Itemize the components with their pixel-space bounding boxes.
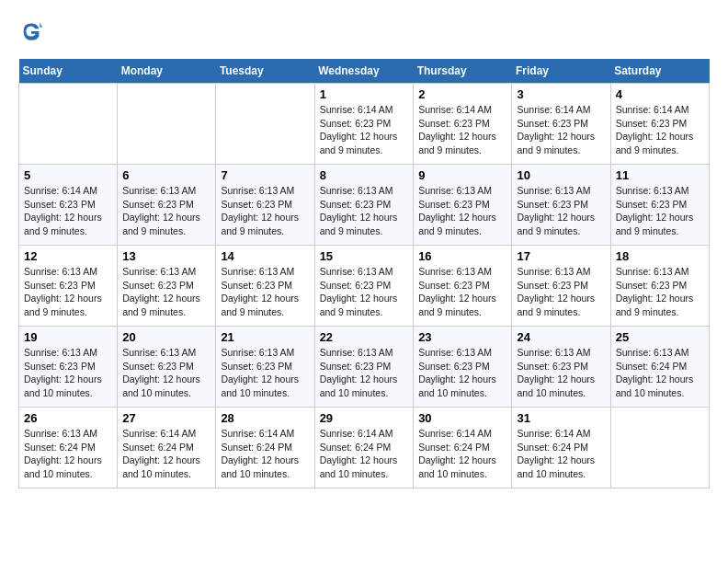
day-number: 1: [320, 87, 409, 101]
day-number: 5: [24, 168, 112, 182]
header-row: Sunday Monday Tuesday Wednesday Thursday…: [19, 59, 710, 84]
calendar-cell: 29Sunrise: 6:14 AM Sunset: 6:24 PM Dayli…: [314, 408, 414, 488]
calendar-cell: 12Sunrise: 6:13 AM Sunset: 6:23 PM Dayli…: [19, 246, 118, 327]
calendar-body: 1Sunrise: 6:14 AM Sunset: 6:23 PM Daylig…: [19, 84, 710, 488]
calendar-cell: 17Sunrise: 6:13 AM Sunset: 6:23 PM Dayli…: [512, 246, 610, 327]
calendar-cell: 9Sunrise: 6:13 AM Sunset: 6:23 PM Daylig…: [414, 165, 512, 246]
calendar-cell: 4Sunrise: 6:14 AM Sunset: 6:23 PM Daylig…: [610, 84, 709, 165]
calendar-week-4: 19Sunrise: 6:13 AM Sunset: 6:23 PM Dayli…: [19, 327, 710, 408]
col-tuesday: Tuesday: [216, 59, 314, 84]
cell-info: Sunrise: 6:13 AM Sunset: 6:23 PM Dayligh…: [221, 346, 309, 400]
calendar-cell: 3Sunrise: 6:14 AM Sunset: 6:23 PM Daylig…: [512, 84, 610, 165]
page-header: [18, 18, 710, 44]
day-number: 4: [616, 87, 704, 101]
calendar-cell: 7Sunrise: 6:13 AM Sunset: 6:23 PM Daylig…: [216, 165, 314, 246]
day-number: 16: [418, 249, 506, 263]
calendar-cell: 18Sunrise: 6:13 AM Sunset: 6:23 PM Dayli…: [610, 246, 709, 327]
calendar-week-2: 5Sunrise: 6:14 AM Sunset: 6:23 PM Daylig…: [19, 165, 710, 246]
cell-info: Sunrise: 6:13 AM Sunset: 6:23 PM Dayligh…: [24, 346, 112, 400]
day-number: 31: [517, 411, 605, 425]
day-number: 29: [320, 411, 409, 425]
calendar-cell: 16Sunrise: 6:13 AM Sunset: 6:23 PM Dayli…: [414, 246, 512, 327]
calendar-cell: [610, 408, 709, 488]
calendar-header: Sunday Monday Tuesday Wednesday Thursday…: [19, 59, 710, 84]
day-number: 12: [24, 249, 112, 263]
cell-info: Sunrise: 6:14 AM Sunset: 6:24 PM Dayligh…: [221, 427, 309, 481]
day-number: 27: [122, 411, 210, 425]
day-number: 8: [320, 168, 409, 182]
calendar-cell: 20Sunrise: 6:13 AM Sunset: 6:23 PM Dayli…: [118, 327, 216, 408]
cell-info: Sunrise: 6:14 AM Sunset: 6:23 PM Dayligh…: [616, 103, 704, 157]
logo-icon: [18, 18, 44, 44]
cell-info: Sunrise: 6:13 AM Sunset: 6:23 PM Dayligh…: [616, 184, 704, 238]
day-number: 3: [517, 87, 605, 101]
day-number: 21: [221, 330, 309, 344]
calendar-cell: 30Sunrise: 6:14 AM Sunset: 6:24 PM Dayli…: [414, 408, 512, 488]
calendar-cell: 1Sunrise: 6:14 AM Sunset: 6:23 PM Daylig…: [314, 84, 414, 165]
calendar-cell: 15Sunrise: 6:13 AM Sunset: 6:23 PM Dayli…: [314, 246, 414, 327]
calendar-cell: 25Sunrise: 6:13 AM Sunset: 6:24 PM Dayli…: [610, 327, 709, 408]
day-number: 9: [418, 168, 506, 182]
cell-info: Sunrise: 6:13 AM Sunset: 6:23 PM Dayligh…: [221, 265, 309, 319]
day-number: 15: [320, 249, 409, 263]
calendar-cell: 21Sunrise: 6:13 AM Sunset: 6:23 PM Dayli…: [216, 327, 314, 408]
col-monday: Monday: [118, 59, 216, 84]
cell-info: Sunrise: 6:14 AM Sunset: 6:24 PM Dayligh…: [418, 427, 506, 481]
cell-info: Sunrise: 6:14 AM Sunset: 6:24 PM Dayligh…: [517, 427, 605, 481]
logo: [18, 18, 48, 44]
calendar-cell: 8Sunrise: 6:13 AM Sunset: 6:23 PM Daylig…: [314, 165, 414, 246]
col-friday: Friday: [512, 59, 610, 84]
calendar-cell: 27Sunrise: 6:14 AM Sunset: 6:24 PM Dayli…: [118, 408, 216, 488]
day-number: 6: [122, 168, 210, 182]
cell-info: Sunrise: 6:13 AM Sunset: 6:23 PM Dayligh…: [418, 346, 506, 400]
calendar-cell: 10Sunrise: 6:13 AM Sunset: 6:23 PM Dayli…: [512, 165, 610, 246]
day-number: 2: [418, 87, 506, 101]
cell-info: Sunrise: 6:13 AM Sunset: 6:23 PM Dayligh…: [616, 265, 704, 319]
cell-info: Sunrise: 6:13 AM Sunset: 6:23 PM Dayligh…: [517, 184, 605, 238]
day-number: 28: [221, 411, 309, 425]
cell-info: Sunrise: 6:13 AM Sunset: 6:23 PM Dayligh…: [122, 265, 210, 319]
calendar-cell: 24Sunrise: 6:13 AM Sunset: 6:23 PM Dayli…: [512, 327, 610, 408]
col-saturday: Saturday: [610, 59, 709, 84]
cell-info: Sunrise: 6:14 AM Sunset: 6:23 PM Dayligh…: [517, 103, 605, 157]
cell-info: Sunrise: 6:13 AM Sunset: 6:23 PM Dayligh…: [418, 265, 506, 319]
cell-info: Sunrise: 6:13 AM Sunset: 6:23 PM Dayligh…: [221, 184, 309, 238]
calendar-cell: 14Sunrise: 6:13 AM Sunset: 6:23 PM Dayli…: [216, 246, 314, 327]
calendar-table: Sunday Monday Tuesday Wednesday Thursday…: [18, 59, 710, 488]
cell-info: Sunrise: 6:13 AM Sunset: 6:23 PM Dayligh…: [122, 346, 210, 400]
calendar-cell: 11Sunrise: 6:13 AM Sunset: 6:23 PM Dayli…: [610, 165, 709, 246]
calendar-cell: 2Sunrise: 6:14 AM Sunset: 6:23 PM Daylig…: [414, 84, 512, 165]
day-number: 20: [122, 330, 210, 344]
cell-info: Sunrise: 6:13 AM Sunset: 6:23 PM Dayligh…: [24, 265, 112, 319]
cell-info: Sunrise: 6:14 AM Sunset: 6:23 PM Dayligh…: [418, 103, 506, 157]
cell-info: Sunrise: 6:13 AM Sunset: 6:23 PM Dayligh…: [517, 346, 605, 400]
cell-info: Sunrise: 6:13 AM Sunset: 6:23 PM Dayligh…: [320, 346, 409, 400]
day-number: 17: [517, 249, 605, 263]
calendar-week-1: 1Sunrise: 6:14 AM Sunset: 6:23 PM Daylig…: [19, 84, 710, 165]
day-number: 13: [122, 249, 210, 263]
cell-info: Sunrise: 6:14 AM Sunset: 6:24 PM Dayligh…: [320, 427, 409, 481]
day-number: 19: [24, 330, 112, 344]
calendar-cell: [118, 84, 216, 165]
day-number: 10: [517, 168, 605, 182]
calendar-cell: 13Sunrise: 6:13 AM Sunset: 6:23 PM Dayli…: [118, 246, 216, 327]
calendar-cell: 26Sunrise: 6:13 AM Sunset: 6:24 PM Dayli…: [19, 408, 118, 488]
cell-info: Sunrise: 6:13 AM Sunset: 6:24 PM Dayligh…: [616, 346, 704, 400]
calendar-cell: 28Sunrise: 6:14 AM Sunset: 6:24 PM Dayli…: [216, 408, 314, 488]
cell-info: Sunrise: 6:13 AM Sunset: 6:23 PM Dayligh…: [418, 184, 506, 238]
day-number: 25: [616, 330, 704, 344]
cell-info: Sunrise: 6:14 AM Sunset: 6:23 PM Dayligh…: [24, 184, 112, 238]
day-number: 30: [418, 411, 506, 425]
cell-info: Sunrise: 6:14 AM Sunset: 6:24 PM Dayligh…: [122, 427, 210, 481]
calendar-week-3: 12Sunrise: 6:13 AM Sunset: 6:23 PM Dayli…: [19, 246, 710, 327]
day-number: 11: [616, 168, 704, 182]
cell-info: Sunrise: 6:14 AM Sunset: 6:23 PM Dayligh…: [320, 103, 409, 157]
day-number: 26: [24, 411, 112, 425]
calendar-cell: 23Sunrise: 6:13 AM Sunset: 6:23 PM Dayli…: [414, 327, 512, 408]
calendar-cell: 22Sunrise: 6:13 AM Sunset: 6:23 PM Dayli…: [314, 327, 414, 408]
cell-info: Sunrise: 6:13 AM Sunset: 6:23 PM Dayligh…: [122, 184, 210, 238]
calendar-cell: 5Sunrise: 6:14 AM Sunset: 6:23 PM Daylig…: [19, 165, 118, 246]
col-thursday: Thursday: [414, 59, 512, 84]
cell-info: Sunrise: 6:13 AM Sunset: 6:24 PM Dayligh…: [24, 427, 112, 481]
col-sunday: Sunday: [19, 59, 118, 84]
